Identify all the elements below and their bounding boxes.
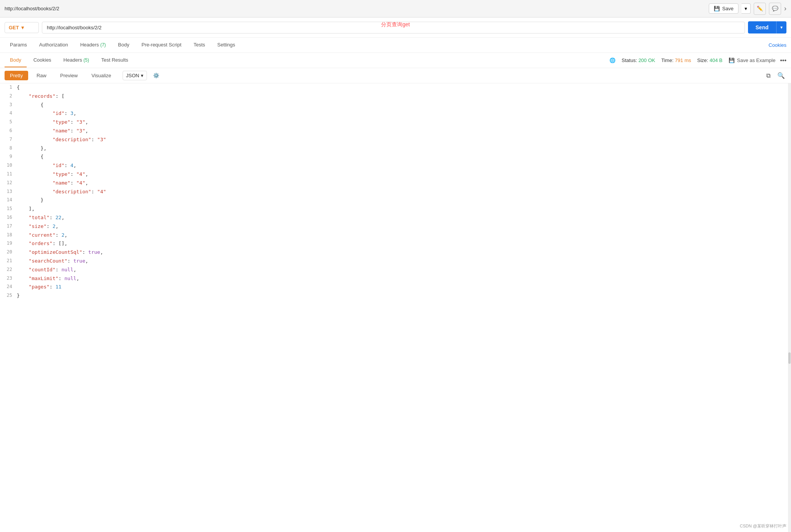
time-label: Time: 791 ms — [661, 57, 691, 63]
line-content: "optimizeCountSql": true, — [17, 248, 791, 257]
line-number: 4 — [0, 109, 17, 118]
comment-icon: 💬 — [772, 6, 778, 11]
line-content: "countId": null, — [17, 266, 791, 274]
line-number: 5 — [0, 118, 17, 127]
line-content: ], — [17, 205, 791, 213]
code-line: 9 { — [0, 153, 791, 161]
save-button[interactable]: 💾 Save — [709, 3, 738, 14]
comment-button[interactable]: 💬 — [769, 3, 781, 15]
scrollbar-track[interactable] — [788, 83, 791, 532]
line-content: "description": "4" — [17, 188, 791, 196]
line-content: "name": "3", — [17, 127, 791, 135]
line-number: 15 — [0, 205, 17, 213]
code-line: 7 "description": "3" — [0, 135, 791, 144]
code-line: 13 "description": "4" — [0, 188, 791, 196]
resp-tab-headers[interactable]: Headers (5) — [58, 53, 94, 67]
response-actions: 💾 Save as Example ••• — [729, 57, 786, 64]
view-raw-button[interactable]: Raw — [31, 71, 52, 80]
copy-button[interactable]: ⧉ — [765, 70, 772, 81]
code-line: 21 "searchCount": true, — [0, 257, 791, 266]
line-number: 24 — [0, 283, 17, 291]
send-group: Send ▾ — [748, 21, 786, 33]
globe-icon: 🌐 — [609, 57, 616, 63]
code-line: 8 }, — [0, 144, 791, 153]
resp-tab-body[interactable]: Body — [5, 53, 27, 67]
line-number: 16 — [0, 213, 17, 222]
save-dropdown-button[interactable]: ▾ — [742, 3, 751, 14]
line-content: "type": "3", — [17, 118, 791, 127]
tab-authorization[interactable]: Authorization — [34, 38, 73, 52]
line-number: 22 — [0, 266, 17, 274]
line-number: 17 — [0, 222, 17, 231]
line-number: 21 — [0, 257, 17, 266]
code-line: 3 { — [0, 101, 791, 110]
code-line: 24 "pages": 11 — [0, 283, 791, 291]
tab-body[interactable]: Body — [113, 38, 135, 52]
response-tabs: Body Cookies Headers (5) Test Results 🌐 … — [0, 53, 791, 68]
tab-params[interactable]: Params — [5, 38, 32, 52]
size-label: Size: 404 B — [697, 57, 723, 63]
filter-button[interactable]: ⚙️ — [150, 71, 163, 80]
line-content: }, — [17, 144, 791, 153]
code-line: 2 "records": [ — [0, 92, 791, 101]
send-button[interactable]: Send — [748, 21, 776, 33]
response-more-button[interactable]: ••• — [780, 57, 786, 64]
edit-icon: ✏️ — [757, 6, 763, 11]
resp-tab-cookies[interactable]: Cookies — [28, 53, 57, 67]
tab-headers[interactable]: Headers (7) — [75, 38, 111, 52]
line-content: { — [17, 83, 791, 92]
view-visualize-button[interactable]: Visualize — [86, 71, 116, 80]
line-number: 23 — [0, 274, 17, 283]
view-preview-button[interactable]: Preview — [55, 71, 83, 80]
line-content: { — [17, 101, 791, 110]
line-content: } — [17, 291, 791, 300]
window-url: http://localhost/books/2/2 — [5, 6, 59, 11]
more-button[interactable]: › — [784, 5, 786, 13]
code-line: 15 ], — [0, 205, 791, 213]
main-content: GET ▾ 分页查询get Send ▾ Params Authorizatio… — [0, 18, 791, 532]
tab-settings[interactable]: Settings — [212, 38, 241, 52]
code-line: 22 "countId": null, — [0, 266, 791, 274]
search-button[interactable]: 🔍 — [776, 70, 786, 81]
code-line: 16 "total": 22, — [0, 213, 791, 222]
code-line: 12 "name": "4", — [0, 179, 791, 188]
tab-prerequest[interactable]: Pre-request Script — [136, 38, 187, 52]
line-number: 12 — [0, 179, 17, 188]
code-line: 19 "orders": [], — [0, 239, 791, 248]
save-example-button[interactable]: 💾 Save as Example — [729, 57, 775, 63]
watermark: CSDN @某听穿林打叶声 — [740, 523, 786, 529]
tab-tests[interactable]: Tests — [188, 38, 211, 52]
line-number: 10 — [0, 161, 17, 170]
line-number: 8 — [0, 144, 17, 153]
code-line: 14 } — [0, 196, 791, 205]
time-value: 791 ms — [675, 57, 691, 63]
resp-tab-testresults[interactable]: Test Results — [96, 53, 134, 67]
code-line: 6 "name": "3", — [0, 127, 791, 135]
code-line: 18 "current": 2, — [0, 231, 791, 240]
line-number: 18 — [0, 231, 17, 240]
status-label: Status: 200 OK — [622, 57, 655, 63]
line-number: 6 — [0, 127, 17, 135]
line-content: "orders": [], — [17, 239, 791, 248]
format-select[interactable]: JSON ▾ — [123, 71, 147, 80]
edit-button[interactable]: ✏️ — [754, 3, 766, 15]
top-bar-actions: 💾 Save ▾ ✏️ 💬 › — [709, 3, 786, 15]
save-icon: 💾 — [714, 6, 720, 11]
method-select[interactable]: GET ▾ — [5, 22, 39, 33]
line-content: { — [17, 153, 791, 161]
send-dropdown-button[interactable]: ▾ — [776, 21, 786, 33]
scrollbar-thumb[interactable] — [788, 352, 791, 364]
save-example-label: Save as Example — [737, 57, 775, 63]
line-number: 9 — [0, 153, 17, 161]
line-number: 2 — [0, 92, 17, 101]
line-number: 20 — [0, 248, 17, 257]
filter-icon: ⚙️ — [153, 73, 159, 78]
response-status: 🌐 Status: 200 OK Time: 791 ms Size: 404 … — [609, 57, 722, 63]
code-line: 1{ — [0, 83, 791, 92]
line-number: 7 — [0, 135, 17, 144]
tab-cookies-right[interactable]: Cookies — [769, 42, 786, 48]
response-body[interactable]: 1{2 "records": [3 {4 "id": 3,5 "type": "… — [0, 83, 791, 300]
view-pretty-button[interactable]: Pretty — [5, 71, 28, 80]
code-line: 10 "id": 4, — [0, 161, 791, 170]
line-number: 25 — [0, 291, 17, 300]
